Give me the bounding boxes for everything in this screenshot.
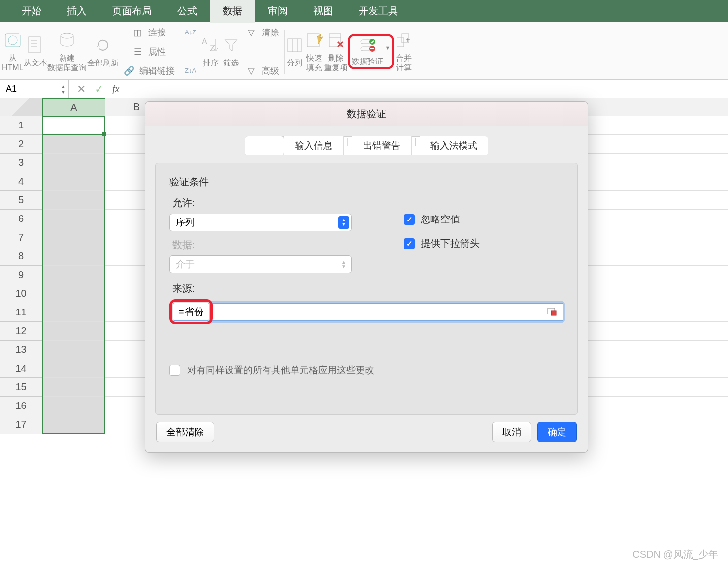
from-html-button[interactable]: 从 HTML <box>2 31 24 73</box>
cell[interactable] <box>42 228 105 247</box>
tab-start[interactable]: 开始 <box>9 0 54 23</box>
cell[interactable] <box>42 359 105 378</box>
row-header[interactable]: 8 <box>0 247 42 266</box>
row-header[interactable]: 12 <box>0 322 42 341</box>
row-header[interactable]: 9 <box>0 266 42 284</box>
sort-button[interactable]: AZ 排序 <box>201 35 221 68</box>
row-header[interactable]: 5 <box>0 191 42 210</box>
edit-links-button[interactable]: 🔗编辑链接 <box>124 63 175 79</box>
cell[interactable] <box>42 172 105 191</box>
from-text-button[interactable]: 从文本 <box>24 35 47 68</box>
new-db-query-button[interactable]: 新建 数据库查询 <box>47 31 87 73</box>
text-to-columns-button[interactable]: 分列 <box>285 35 304 68</box>
checkbox-checked-icon: ✓ <box>404 214 415 225</box>
source-label: 来源: <box>172 282 563 295</box>
dialog-footer: 全部清除 取消 确定 <box>145 422 588 452</box>
tab-devtools[interactable]: 开发工具 <box>346 0 411 23</box>
connections-group: ◫连接 ☰属性 🔗编辑链接 <box>119 25 180 79</box>
sort-desc-button[interactable]: Z↓A <box>185 63 196 79</box>
cell[interactable] <box>42 247 105 266</box>
flash-fill-button[interactable]: 快速 填充 <box>304 31 324 73</box>
name-box[interactable]: A1 ▲▼ <box>0 80 69 98</box>
row-header[interactable]: 14 <box>0 359 42 378</box>
tab-layout[interactable]: 页面布局 <box>99 0 165 23</box>
ignore-blank-checkbox[interactable]: ✓ 忽略空值 <box>404 213 480 226</box>
cell[interactable] <box>42 116 105 135</box>
tab-insert[interactable]: 插入 <box>54 0 99 23</box>
row-header[interactable]: 7 <box>0 228 42 247</box>
in-cell-dropdown-checkbox[interactable]: ✓ 提供下拉箭头 <box>404 237 480 250</box>
refresh-all-button[interactable]: 全部刷新 <box>87 35 119 68</box>
select-all-corner[interactable] <box>0 98 42 116</box>
remove-dup-icon <box>326 31 346 50</box>
cell[interactable] <box>42 341 105 359</box>
ok-button[interactable]: 确定 <box>537 422 577 442</box>
tab-review[interactable]: 审阅 <box>255 0 300 23</box>
section-title: 验证条件 <box>169 175 563 188</box>
sort-small-group: A↓Z Z↓A <box>180 25 201 79</box>
tab-data[interactable]: 数据 <box>210 0 255 23</box>
range-select-icon[interactable] <box>547 308 558 316</box>
allow-select[interactable]: 序列 ▲▼ <box>169 214 352 231</box>
name-box-stepper[interactable]: ▲▼ <box>61 84 66 94</box>
clear-filter-button[interactable]: ▽清除 <box>246 25 279 40</box>
apply-all-checkbox: ✓ 对有同样设置的所有其他单元格应用这些更改 <box>169 364 563 377</box>
checkbox-checked-icon: ✓ <box>404 238 415 249</box>
tab-error-alert[interactable]: 出错警告 <box>352 136 412 155</box>
cell[interactable] <box>42 210 105 228</box>
source-input-value[interactable]: =省份 <box>173 303 209 321</box>
source-input[interactable] <box>210 303 563 321</box>
consolidate-button[interactable]: 合并 计算 <box>394 31 414 73</box>
tab-settings[interactable] <box>245 136 284 155</box>
row-header[interactable]: 6 <box>0 210 42 228</box>
tab-input-message[interactable]: 输入信息 <box>284 136 344 155</box>
data-validation-highlight: 数据验证 ▼ <box>348 34 395 69</box>
cell[interactable] <box>42 378 105 397</box>
fx-icon[interactable]: fx <box>112 83 119 94</box>
dropdown-arrow-icon[interactable]: ▼ <box>385 37 391 51</box>
cell[interactable] <box>42 154 105 172</box>
cell[interactable] <box>42 415 105 434</box>
cancel-formula-icon[interactable]: ✕ <box>77 83 86 95</box>
remove-duplicates-button[interactable]: 删除 重复项 <box>324 31 348 73</box>
clear-all-button[interactable]: 全部清除 <box>156 422 214 442</box>
formula-bar: A1 ▲▼ ✕ ✓ fx <box>0 80 728 98</box>
row-header[interactable]: 11 <box>0 303 42 322</box>
cell[interactable] <box>42 303 105 322</box>
validation-icon <box>358 37 377 57</box>
row-header[interactable]: 17 <box>0 415 42 434</box>
sort-asc-icon: A↓Z <box>185 27 196 38</box>
sort-asc-button[interactable]: A↓Z <box>185 25 196 40</box>
filter-button[interactable]: 筛选 <box>221 35 241 68</box>
cell[interactable] <box>42 135 105 154</box>
funnel-icon <box>221 35 241 55</box>
tab-view[interactable]: 视图 <box>300 0 346 23</box>
row-header[interactable]: 2 <box>0 135 42 154</box>
sort-desc-icon: Z↓A <box>185 65 196 76</box>
tab-formula[interactable]: 公式 <box>165 0 210 23</box>
dialog-tabs: 输入信息 | 出错警告 | 输入法模式 <box>145 126 588 163</box>
cell[interactable] <box>42 397 105 415</box>
data-validation-button[interactable]: 数据验证 ▼ <box>352 37 391 66</box>
cell[interactable] <box>42 322 105 341</box>
properties-button[interactable]: ☰属性 <box>132 44 166 60</box>
cell[interactable] <box>42 191 105 210</box>
tab-ime-mode[interactable]: 输入法模式 <box>420 136 488 155</box>
row-header[interactable]: 10 <box>0 284 42 303</box>
row-header[interactable]: 15 <box>0 378 42 397</box>
cell[interactable] <box>42 284 105 303</box>
confirm-formula-icon[interactable]: ✓ <box>95 83 103 95</box>
select-arrows-icon: ▲▼ <box>338 216 349 229</box>
sort-az-icon: AZ <box>201 35 221 55</box>
advanced-filter-button[interactable]: ▽高级 <box>246 63 279 79</box>
row-header[interactable]: 4 <box>0 172 42 191</box>
properties-icon: ☰ <box>132 46 143 57</box>
column-header-a[interactable]: A <box>42 98 105 116</box>
row-header[interactable]: 1 <box>0 116 42 135</box>
row-header[interactable]: 16 <box>0 397 42 415</box>
row-header[interactable]: 3 <box>0 154 42 172</box>
cell[interactable] <box>42 266 105 284</box>
row-header[interactable]: 13 <box>0 341 42 359</box>
connections-button[interactable]: ◫连接 <box>132 25 166 40</box>
cancel-button[interactable]: 取消 <box>492 422 531 442</box>
